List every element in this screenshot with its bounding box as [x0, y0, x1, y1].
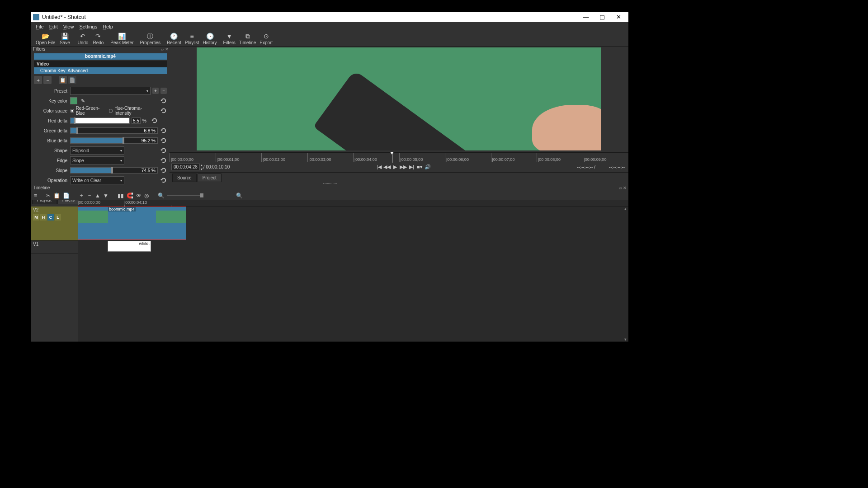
tab-project[interactable]: Project [198, 174, 222, 182]
preset-add-button[interactable]: ＋ [152, 88, 159, 94]
zoom-slider[interactable] [167, 195, 203, 196]
volume-button[interactable]: 🔊 [424, 164, 432, 170]
timeline-clip-v1[interactable]: white. [108, 241, 151, 252]
panel-float-icon[interactable]: ▱ [161, 47, 164, 52]
add-filter-button[interactable]: ＋ [34, 76, 42, 84]
toolbar-history-button[interactable]: 🕓History [201, 33, 218, 45]
remove-button[interactable]: － [87, 192, 92, 199]
timeline-clip-v2[interactable]: boommic.mp4 [78, 206, 186, 240]
preset-remove-button[interactable]: － [160, 88, 167, 94]
skip-start-button[interactable]: |◀ [375, 164, 383, 170]
toolbar-label: Timeline [239, 40, 256, 45]
cut-button[interactable]: ✂ [46, 192, 51, 199]
toolbar-undo-button[interactable]: ↶Undo [75, 33, 90, 45]
paste-filter-button[interactable]: 📄 [68, 76, 76, 84]
reddelta-slider[interactable] [70, 117, 130, 124]
timeline-track-area[interactable]: boommic.mp4 white. [78, 206, 622, 342]
track-composite-badge[interactable]: C [47, 214, 54, 221]
timeline-toolbar: ≡ ✂ 📋 📄 ＋ － ▲ ▼ ▮▮ 🧲 👁 ◎ 🔍 🔍 [31, 191, 628, 200]
slope-reset-button[interactable] [160, 167, 167, 174]
edge-combo[interactable]: Slope [70, 156, 124, 164]
preset-combo[interactable] [70, 87, 151, 95]
toolbar-open-file-button[interactable]: 📂Open File [34, 33, 57, 45]
fastforward-button[interactable]: ▶▶ [399, 164, 407, 170]
toolbar-timeline-button[interactable]: ⧉Timeline [237, 33, 258, 45]
timeline-scrollbar[interactable]: ▴ ▾ [622, 206, 628, 342]
maximize-button[interactable]: ▢ [594, 12, 610, 22]
menu-edit[interactable]: Edit [47, 23, 61, 30]
copy-filter-button[interactable]: 📋 [59, 76, 67, 84]
colorspace-rgb-radio[interactable] [70, 109, 74, 113]
player-ruler[interactable]: |00:00:00;00|00:00:01;00|00:00:02;00|00:… [170, 152, 628, 162]
shape-reset-button[interactable] [160, 147, 167, 154]
minimize-button[interactable]: — [578, 12, 594, 22]
keycolor-reset-button[interactable] [160, 98, 167, 104]
toolbar-save-button[interactable]: 💾Save [57, 33, 72, 45]
zoom-out-button[interactable]: 🔍 [158, 192, 165, 199]
bluedelta-slider[interactable]: 95.2 % [70, 137, 158, 144]
menu-settings[interactable]: Settings [76, 23, 100, 30]
menu-view[interactable]: View [61, 23, 77, 30]
snap-button[interactable]: 🧲 [127, 192, 133, 199]
toolbar-export-button[interactable]: ⊙Export [258, 33, 274, 45]
timeline-float-icon[interactable]: ▱ [619, 186, 622, 190]
zoom-toggle-button[interactable]: ■▾ [415, 164, 424, 170]
timecode-spinner[interactable]: ▴▾ [201, 163, 203, 171]
timeline-ruler[interactable]: |00:00:00;00 |00:00:04;13 [78, 200, 628, 206]
toolbar-playlist-button[interactable]: ≡Playlist [183, 33, 201, 45]
slope-slider[interactable]: 74.5 % [70, 167, 158, 174]
overwrite-button[interactable]: ▼ [103, 192, 108, 199]
toolbar-redo-button[interactable]: ↷Redo [90, 33, 106, 45]
reddelta-value[interactable]: 5.5 [133, 118, 139, 123]
split-button[interactable]: ▮▮ [118, 192, 124, 199]
append-button[interactable]: ＋ [79, 192, 84, 199]
reddelta-reset-button[interactable] [151, 117, 158, 124]
filter-list-item[interactable]: Chroma Key: Advanced [34, 67, 167, 74]
track-hide-badge[interactable]: H [40, 214, 47, 221]
greendelta-slider[interactable]: 6.8 % [70, 127, 158, 134]
colorspace-reset-button[interactable] [160, 108, 167, 114]
track-mute-badge[interactable]: M [33, 214, 39, 221]
timeline-close-icon[interactable]: ✕ [623, 186, 627, 190]
scroll-down-icon[interactable]: ▾ [624, 337, 627, 342]
toolbar-properties-button[interactable]: ⓘProperties [138, 33, 163, 45]
paste-button[interactable]: 📄 [63, 192, 70, 199]
colorspace-hci-radio[interactable] [109, 109, 113, 113]
track-header-v2[interactable]: V2 M H C L [31, 206, 78, 241]
open-file-icon: 📂 [42, 33, 49, 40]
video-preview[interactable] [197, 47, 601, 150]
timecode-current[interactable]: 00:00:04;28 [171, 164, 200, 170]
shape-combo[interactable]: Ellipsoid [70, 146, 124, 155]
timeline-playhead[interactable] [130, 206, 130, 342]
bluedelta-reset-button[interactable] [160, 137, 167, 144]
close-button[interactable]: ✕ [610, 12, 627, 22]
toolbar-filters-button[interactable]: ▼Filters [222, 33, 237, 45]
copy-button[interactable]: 📋 [53, 192, 60, 199]
toolbar-recent-button[interactable]: 🕐Recent [165, 33, 183, 45]
skip-end-button[interactable]: ▶| [407, 164, 415, 170]
menu-help[interactable]: Help [100, 23, 116, 30]
menu-file[interactable]: File [33, 23, 47, 30]
remove-filter-button[interactable]: － [43, 76, 52, 84]
track-header-v1[interactable]: V1 [31, 241, 78, 253]
rewind-button[interactable]: ◀◀ [383, 164, 391, 170]
play-button[interactable]: ▶ [391, 164, 399, 170]
track-lock-badge[interactable]: L [55, 214, 61, 221]
percent-unit: % [142, 118, 149, 123]
eyedropper-icon[interactable]: ✎ [79, 97, 86, 104]
ripple-button[interactable]: ◎ [144, 192, 149, 199]
edge-reset-button[interactable] [160, 157, 167, 164]
greendelta-reset-button[interactable] [160, 127, 167, 134]
scroll-up-icon[interactable]: ▴ [624, 206, 627, 211]
playhead-icon[interactable] [392, 153, 392, 163]
zoom-in-button[interactable]: 🔍 [236, 192, 243, 199]
main-toolbar: 📂Open File💾Save↶Undo↷Redo📊Peak MeterⓘPro… [31, 31, 628, 47]
lift-button[interactable]: ▲ [95, 192, 100, 199]
toolbar-peak-meter-button[interactable]: 📊Peak Meter [108, 33, 135, 45]
keycolor-swatch[interactable] [70, 97, 77, 104]
timeline-menu-button[interactable]: ≡ [34, 192, 37, 199]
panel-close-icon[interactable]: ✕ [165, 47, 169, 52]
slope-label: Slope [34, 168, 70, 173]
scrub-button[interactable]: 👁 [136, 192, 142, 199]
tab-source[interactable]: Source [172, 174, 197, 182]
